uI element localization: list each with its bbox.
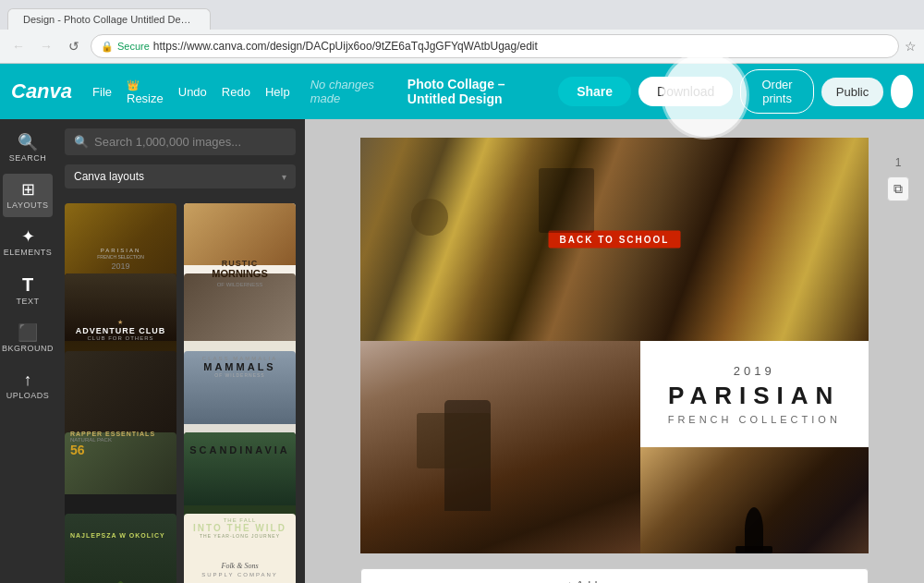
sidebar-label-uploads: UPLOADS (6, 391, 50, 400)
canvas-text-block: 2019 PARISIAN FRENCH COLLECTION (640, 341, 869, 447)
layouts-icon: ⊞ (21, 181, 35, 198)
layout-card-9[interactable] (65, 514, 176, 583)
app: Canva File Resize Undo Redo Help No chan… (0, 64, 924, 583)
sidebar-label-text: TEXT (16, 297, 39, 306)
page-indicators: 1 ⧉ (887, 156, 909, 201)
public-button[interactable]: Public (821, 78, 883, 106)
back-button[interactable]: ← (7, 35, 30, 57)
download-button[interactable]: Download (638, 77, 733, 106)
sidebar-label-elements: ELEMENTS (4, 248, 53, 257)
search-input[interactable] (94, 135, 286, 149)
share-button[interactable]: Share (558, 77, 631, 106)
layouts-grid: PARISIAN FRENCH SELECTION 2019 RUSTIC MO… (55, 196, 305, 583)
menu-file[interactable]: File (87, 81, 117, 103)
add-page-button[interactable]: + Add a new page (360, 568, 869, 583)
sidebar-label-layouts: LAYOUTS (7, 200, 49, 210)
canvas-subtitle: FRENCH COLLECTION (668, 414, 841, 425)
url-bar[interactable]: 🔒 Secure https://www.canva.com/design/DA… (91, 34, 899, 58)
sidebar-item-text[interactable]: T TEXT (3, 268, 53, 313)
main-content: 🔍 SEARCH ⊞ LAYOUTS ✦ ELEMENTS T TEXT ⬛ (0, 119, 924, 583)
sidebar-item-uploads[interactable]: ↑ UPLOADS (3, 364, 53, 407)
sidebar-item-background[interactable]: ⬛ BKGROUND (3, 317, 53, 360)
browser-address-bar: ← → ↺ 🔒 Secure https://www.canva.com/des… (0, 30, 924, 63)
canvas-bottom-left-photo (360, 341, 640, 553)
bookmark-icon[interactable]: ☆ (905, 39, 917, 54)
sidebar-label-search: SEARCH (9, 153, 47, 163)
elements-icon: ✦ (21, 228, 35, 245)
chevron-down-icon: ▾ (282, 172, 286, 182)
design-canvas: BACK TO SCHOOL (360, 138, 869, 553)
dropdown-label: Canva layouts (74, 170, 144, 183)
canvas-bottom: 2019 PARISIAN FRENCH COLLECTION (360, 341, 869, 553)
secure-label: Secure (117, 41, 150, 52)
browser-chrome: Design - Photo Collage Untitled Design |… (0, 0, 924, 64)
toolbar-menu: File Resize Undo Redo Help (87, 74, 296, 109)
sidebar-label-background: BKGROUND (2, 344, 54, 353)
menu-undo[interactable]: Undo (173, 81, 213, 103)
status-text: No changes made (310, 78, 382, 105)
sidebar-item-search[interactable]: 🔍 SEARCH (3, 127, 53, 170)
menu-redo[interactable]: Redo (216, 81, 256, 103)
refresh-button[interactable]: ↺ (63, 35, 85, 57)
search-box[interactable]: 🔍 (65, 128, 296, 155)
layouts-panel: 🔍 Canva layouts ▾ PARISIAN FRENCH SELECT… (55, 119, 305, 583)
menu-help[interactable]: Help (260, 81, 296, 103)
canvas-small-photo (640, 447, 869, 553)
search-icon: 🔍 (74, 135, 89, 149)
menu-resize[interactable]: Resize (121, 74, 169, 109)
browser-tab[interactable]: Design - Photo Collage Untitled Design |… (7, 8, 211, 30)
search-area: 🔍 (55, 119, 305, 164)
sidebar-item-layouts[interactable]: ⊞ LAYOUTS (3, 174, 53, 217)
top-collage-image: BACK TO SCHOOL (360, 138, 869, 341)
text-icon: T (22, 275, 33, 294)
forward-button[interactable]: → (35, 35, 57, 57)
layout-category-dropdown[interactable]: Canva layouts ▾ (65, 164, 296, 188)
browser-tab-bar: Design - Photo Collage Untitled Design |… (0, 0, 924, 30)
design-title: Photo Collage – Untitled Design (407, 77, 551, 106)
toolbar-actions: Share Download Order prints Public (558, 69, 913, 114)
canva-logo: Canva (11, 79, 72, 103)
uploads-icon: ↑ (24, 371, 32, 388)
canvas-bottom-right: 2019 PARISIAN FRENCH COLLECTION (640, 341, 869, 553)
background-icon: ⬛ (18, 324, 38, 341)
copy-page-button[interactable]: ⧉ (887, 176, 909, 201)
order-prints-button[interactable]: Order prints (740, 69, 813, 114)
search-icon: 🔍 (18, 134, 38, 151)
sidebar-item-elements[interactable]: ✦ ELEMENTS (3, 221, 53, 264)
toggle-button[interactable] (891, 75, 913, 108)
toolbar: Canva File Resize Undo Redo Help No chan… (0, 64, 924, 119)
canvas-title: PARISIAN (668, 382, 840, 410)
sidebar: 🔍 SEARCH ⊞ LAYOUTS ✦ ELEMENTS T TEXT ⬛ (0, 119, 55, 583)
url-text: https://www.canva.com/design/DACpUijx6oo… (153, 40, 538, 53)
canvas-area: 1 ⧉ BACK TO SCHOOL (305, 119, 924, 583)
canvas-year: 2019 (734, 364, 775, 378)
lock-icon: 🔒 (101, 41, 114, 53)
page-number: 1 (895, 156, 902, 169)
